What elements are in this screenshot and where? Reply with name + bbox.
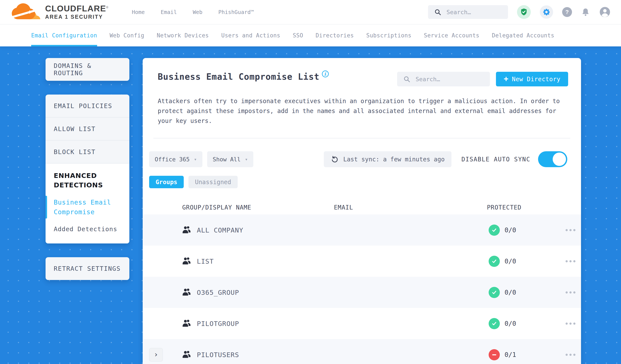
table-row: ›PILOTUSERS0/1 (143, 339, 581, 364)
top-nav-email[interactable]: Email (161, 9, 177, 15)
section-tabs: Email ConfigurationWeb ConfigNetwork Dev… (0, 24, 621, 46)
toggle-knob (553, 153, 566, 166)
group-icon (182, 350, 192, 358)
group-name: PILOTUSERS (193, 351, 334, 359)
chevron-down-icon: ▾ (194, 157, 197, 162)
sidebar-item-added-detections[interactable]: Added Detections (54, 225, 121, 234)
top-bar: CLOUDFLARE® AREA 1 SECURITY HomeEmailWeb… (0, 0, 621, 24)
column-header-protected: PROTECTED (487, 204, 560, 211)
content-area: DOMAINS & ROUTING EMAIL POLICIES ALLOW L… (0, 46, 621, 364)
help-button[interactable]: ? (562, 7, 572, 17)
auto-sync-label: DISABLE AUTO SYNC (461, 156, 530, 163)
tab-service-accounts[interactable]: Service Accounts (424, 24, 479, 46)
group-name: ALL COMPANY (193, 226, 334, 234)
page-title-text: Business Email Compromise List (158, 72, 319, 82)
row-actions-button[interactable] (560, 291, 581, 294)
sidebar-item-enhanced-detections[interactable]: ENHANCED DETECTIONS (54, 171, 121, 190)
sidebar-item-business-email-compromise[interactable]: Business Email Compromise (54, 197, 121, 217)
protected-cell: 0/0 (487, 318, 560, 329)
group-icon (182, 257, 192, 265)
table-row: O365_GROUP0/0 (143, 277, 581, 308)
group-icon (182, 319, 192, 327)
cloudflare-logo-icon (10, 2, 41, 22)
show-filter-dropdown[interactable]: Show All ▾ (207, 151, 253, 167)
global-search-input[interactable] (446, 9, 502, 16)
tab-web-config[interactable]: Web Config (110, 24, 144, 46)
protected-status-icon (489, 256, 500, 267)
brand: CLOUDFLARE® AREA 1 SECURITY (10, 2, 108, 22)
notifications-button[interactable] (581, 8, 590, 17)
sidebar-item-domains-routing[interactable]: DOMAINS & ROUTING (46, 58, 129, 81)
table-row: ALL COMPANY0/0 (143, 214, 581, 246)
sidebar-item-allow-list[interactable]: ALLOW LIST (46, 118, 129, 140)
group-icon-cell (182, 288, 193, 297)
tab-sso[interactable]: SSO (293, 24, 303, 46)
shield-check-icon (520, 8, 528, 16)
table-row: PILOTGROUP0/0 (143, 308, 581, 339)
protected-status-icon (489, 287, 500, 298)
check-icon (491, 227, 498, 233)
protected-count: 0/1 (504, 351, 516, 358)
show-filter-value: Show All (213, 156, 241, 163)
sidebar-item-retract-settings[interactable]: RETRACT SETTINGS (46, 257, 129, 280)
global-search[interactable] (428, 5, 508, 19)
panel-header: Business Email Compromise List i + New D… (143, 58, 581, 87)
group-name: LIST (193, 258, 334, 265)
row-expander-button[interactable]: › (149, 348, 163, 362)
table-body: ALL COMPANY0/0LIST0/0O365_GROUP0/0PILOTG… (143, 214, 581, 364)
protected-cell: 0/1 (487, 349, 560, 360)
directory-search[interactable] (397, 72, 490, 87)
group-icon-cell (182, 257, 193, 266)
sidebar-item-label: BLOCK LIST (54, 148, 96, 156)
info-icon[interactable]: i (322, 70, 329, 77)
question-icon: ? (565, 9, 569, 16)
settings-button[interactable] (540, 5, 553, 19)
sidebar-item-label: EMAIL POLICIES (54, 102, 112, 110)
security-status-button[interactable] (517, 5, 531, 19)
sidebar-section-enhanced-detections: ENHANCED DETECTIONS Business Email Compr… (46, 164, 129, 243)
auto-sync-toggle[interactable] (538, 151, 567, 167)
group-icon-cell (182, 225, 193, 235)
check-icon (491, 289, 498, 296)
tab-directories[interactable]: Directories (316, 24, 354, 46)
top-nav-home[interactable]: Home (132, 9, 145, 15)
sidebar-item-label: RETRACT SETTINGS (54, 265, 121, 272)
sidebar-item-email-policies[interactable]: EMAIL POLICIES (46, 95, 129, 118)
tab-email-configuration[interactable]: Email Configuration (31, 24, 97, 46)
main-panel: Business Email Compromise List i + New D… (143, 58, 581, 364)
protected-cell: 0/0 (487, 225, 560, 236)
sidebar-item-label: DOMAINS & ROUTING (54, 62, 121, 77)
new-directory-button[interactable]: + New Directory (496, 72, 568, 87)
tab-network-devices[interactable]: Network Devices (157, 24, 209, 46)
tab-delegated-accounts[interactable]: Delegated Accounts (492, 24, 554, 46)
top-right-actions: ? (428, 5, 611, 19)
top-nav-phishguard[interactable]: PhishGuard™ (218, 9, 254, 15)
row-actions-button[interactable] (560, 323, 581, 325)
directory-search-input[interactable] (415, 76, 484, 83)
row-actions-button[interactable] (560, 260, 581, 262)
sidebar-item-label: ALLOW LIST (54, 125, 96, 133)
tab-users-and-actions[interactable]: Users and Actions (221, 24, 280, 46)
row-actions-button[interactable] (560, 229, 581, 231)
group-icon (182, 225, 192, 234)
last-sync-label: Last sync: a few minutes ago (343, 156, 445, 163)
panel-header-actions: + New Directory (397, 72, 568, 87)
sidebar-policies-card: EMAIL POLICIES ALLOW LIST BLOCK LIST ENH… (46, 95, 129, 243)
protected-cell: 0/0 (487, 287, 560, 298)
sidebar-item-block-list[interactable]: BLOCK LIST (46, 140, 129, 164)
directory-type-dropdown[interactable]: Office 365 ▾ (149, 151, 202, 167)
chevron-down-icon: ▾ (245, 157, 248, 162)
top-nav-web[interactable]: Web (193, 9, 202, 15)
row-actions-button[interactable] (560, 354, 581, 356)
tab-groups[interactable]: Groups (149, 176, 184, 188)
user-menu-button[interactable] (599, 6, 611, 18)
not-protected-status-icon (489, 349, 500, 360)
tab-unassigned[interactable]: Unassigned (189, 176, 238, 188)
brand-text: CLOUDFLARE® AREA 1 SECURITY (45, 4, 108, 19)
last-sync-button[interactable]: Last sync: a few minutes ago (324, 151, 451, 167)
top-nav: HomeEmailWebPhishGuard™ (132, 9, 254, 15)
protected-count: 0/0 (504, 226, 516, 234)
tab-subscriptions[interactable]: Subscriptions (366, 24, 412, 46)
column-header-name: GROUP/DISPLAY NAME (182, 204, 334, 211)
directory-type-value: Office 365 (155, 156, 190, 163)
